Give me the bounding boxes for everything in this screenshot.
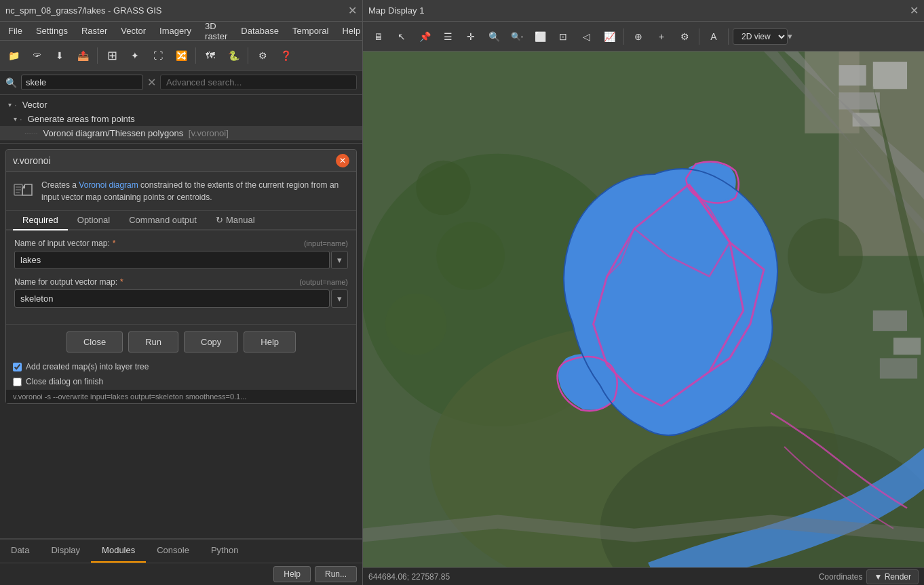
tree-label-vector: Vector	[22, 100, 47, 110]
run-button[interactable]: Run	[128, 331, 178, 352]
map-close-button[interactable]: ✕	[910, 4, 919, 17]
toolbar-sep-3	[248, 47, 248, 64]
map-tool-sep-1	[623, 28, 624, 45]
dialog-area: v.voronoi ✕	[0, 144, 362, 538]
map-tool-query[interactable]: 📌	[415, 26, 435, 47]
dialog-desc-text: Creates a Voronoi diagram constrained to…	[41, 179, 349, 203]
close-button[interactable]: Close	[66, 331, 123, 352]
input-required-star: *	[113, 239, 116, 248]
map-tool-profile[interactable]: 📈	[599, 26, 619, 47]
menu-3d-raster[interactable]: 3D raster	[199, 20, 233, 43]
footer-run-button[interactable]: Run...	[315, 566, 357, 582]
map-tool-layer[interactable]: ⊕	[628, 26, 649, 47]
menu-raster[interactable]: Raster	[76, 24, 113, 37]
toolbar-btn-2[interactable]: 🖙	[26, 45, 47, 66]
tree-dot-voronoi: ·······	[24, 129, 37, 137]
copy-button[interactable]: Copy	[184, 331, 238, 352]
toolbar-btn-settings[interactable]: ⚙	[252, 45, 273, 66]
map-coordinates: 644684.06; 227587.85	[368, 572, 450, 582]
map-tool-pan[interactable]: ✛	[461, 26, 481, 47]
map-toolbar: 🖥 ↖ 📌 ☰ ✛ 🔍 🔍- ⬜ ⊡ ◁ 📈 ⊕ + ⚙ A 2D vie	[363, 22, 924, 52]
output-map-input[interactable]	[14, 289, 330, 308]
map-title-bar: Map Display 1 ✕	[363, 0, 924, 22]
map-tool-zoom-in[interactable]: 🔍	[484, 26, 504, 47]
map-tool-zoom-out[interactable]: 🔍-	[507, 26, 527, 47]
tab-optional[interactable]: Optional	[68, 211, 119, 230]
command-preview: v.voronoi -s --overwrite input=lakes out…	[6, 389, 356, 403]
advanced-search-input[interactable]	[160, 75, 357, 90]
tab-command-output[interactable]: Command output	[119, 211, 206, 230]
dialog-close-button[interactable]: ✕	[336, 154, 349, 167]
map-content[interactable]	[363, 52, 924, 567]
dialog-description: Creates a Voronoi diagram constrained to…	[6, 172, 356, 211]
map-canvas	[363, 52, 924, 567]
map-tool-pointer[interactable]: ↖	[391, 26, 412, 47]
input-map-dropdown-arrow[interactable]: ▾	[331, 251, 348, 269]
app-close-button[interactable]: ✕	[348, 4, 357, 17]
toolbar-btn-6[interactable]: ✦	[124, 45, 146, 66]
map-tool-sep-2	[699, 28, 699, 45]
menu-imagery[interactable]: Imagery	[154, 24, 197, 37]
search-clear-button[interactable]: ✕	[147, 76, 156, 89]
menu-temporal[interactable]: Temporal	[287, 24, 334, 37]
search-input[interactable]	[21, 75, 143, 90]
map-tool-text[interactable]: A	[704, 26, 724, 47]
btm-tab-data[interactable]: Data	[0, 540, 40, 563]
input-map-label: Name of input vector map: * (input=name)	[14, 239, 348, 248]
map-tool-add[interactable]: +	[651, 26, 672, 47]
close-on-finish-checkbox[interactable]	[13, 378, 22, 386]
map-tool-zoom-back[interactable]: ◁	[576, 26, 596, 47]
menu-help[interactable]: Help	[336, 24, 366, 37]
input-hint: (input=name)	[304, 239, 348, 247]
help-button[interactable]: Help	[244, 331, 296, 352]
toolbar-btn-10[interactable]: 🐍	[223, 45, 244, 66]
tree-label-voronoi: Voronoi diagram/Thiessen polygons [v.vor…	[43, 128, 228, 138]
map-view-select[interactable]: 2D view 3D view	[733, 28, 788, 45]
close-on-finish-label[interactable]: Close dialog on finish	[26, 377, 103, 386]
right-panel: Map Display 1 ✕ 🖥 ↖ 📌 ☰ ✛ 🔍 🔍- ⬜ ⊡ ◁ 📈 ⊕…	[363, 0, 924, 585]
voronoi-link[interactable]: Voronoi diagram	[79, 180, 138, 190]
tree-item-vector[interactable]: ▾ · Vector	[0, 98, 362, 112]
toolbar-btn-4[interactable]: 📤	[72, 45, 94, 66]
menu-database[interactable]: Database	[235, 24, 284, 37]
menu-settings[interactable]: Settings	[31, 24, 73, 37]
render-arrow: ▼	[874, 572, 884, 582]
svg-point-18	[385, 294, 446, 355]
output-map-dropdown-arrow[interactable]: ▾	[331, 289, 348, 308]
tree-item-voronoi[interactable]: ······· Voronoi diagram/Thiessen polygon…	[0, 126, 362, 140]
input-map-select[interactable]: lakes	[14, 251, 330, 269]
render-button[interactable]: ▼ Render	[866, 569, 919, 584]
toolbar-btn-help[interactable]: ❓	[275, 45, 296, 66]
menu-vector[interactable]: Vector	[115, 24, 151, 37]
tree-label-generate: Generate areas from points	[28, 114, 135, 124]
btm-tab-console[interactable]: Console	[146, 540, 200, 563]
toolbar-btn-8[interactable]: 🔀	[170, 45, 192, 66]
map-view-arrow: ▾	[788, 31, 792, 41]
btm-tab-modules[interactable]: Modules	[91, 540, 146, 563]
map-tool-display[interactable]: 🖥	[368, 26, 389, 47]
tab-required[interactable]: Required	[13, 211, 68, 230]
map-tool-zoom-region[interactable]: ⊡	[553, 26, 573, 47]
dialog-title: v.voronoi	[13, 155, 51, 166]
tree-dot-generate: ·	[20, 114, 22, 124]
menu-file[interactable]: File	[3, 24, 28, 37]
map-tool-table[interactable]: ☰	[438, 26, 458, 47]
btm-tab-display[interactable]: Display	[40, 540, 91, 563]
dialog-tabs: Required Optional Command output ↻Manual	[6, 211, 356, 230]
toolbar-btn-7[interactable]: ⛶	[147, 45, 169, 66]
output-map-input-wrap: ▾	[14, 289, 348, 308]
footer-help-button[interactable]: Help	[273, 566, 311, 582]
tab-manual[interactable]: ↻Manual	[206, 211, 265, 230]
tree-item-generate-areas[interactable]: ▾ · Generate areas from points	[0, 112, 362, 126]
toolbar-btn-1[interactable]: 📁	[3, 45, 24, 66]
map-tool-settings[interactable]: ⚙	[674, 26, 695, 47]
map-status-bar: 644684.06; 227587.85 Coordinates ▼ Rende…	[363, 567, 924, 585]
map-tool-zoom-extent[interactable]: ⬜	[530, 26, 550, 47]
add-to-layer-tree-label[interactable]: Add created map(s) into layer tree	[26, 362, 149, 371]
toolbar-btn-5[interactable]: ⊞	[101, 45, 123, 66]
main-toolbar: 📁 🖙 ⬇ 📤 ⊞ ✦ ⛶ 🔀 🗺 🐍 ⚙ ❓	[0, 41, 362, 70]
add-to-layer-tree-checkbox[interactable]	[13, 363, 22, 371]
toolbar-btn-3[interactable]: ⬇	[49, 45, 71, 66]
btm-tab-python[interactable]: Python	[200, 540, 249, 563]
toolbar-btn-9[interactable]: 🗺	[199, 45, 221, 66]
